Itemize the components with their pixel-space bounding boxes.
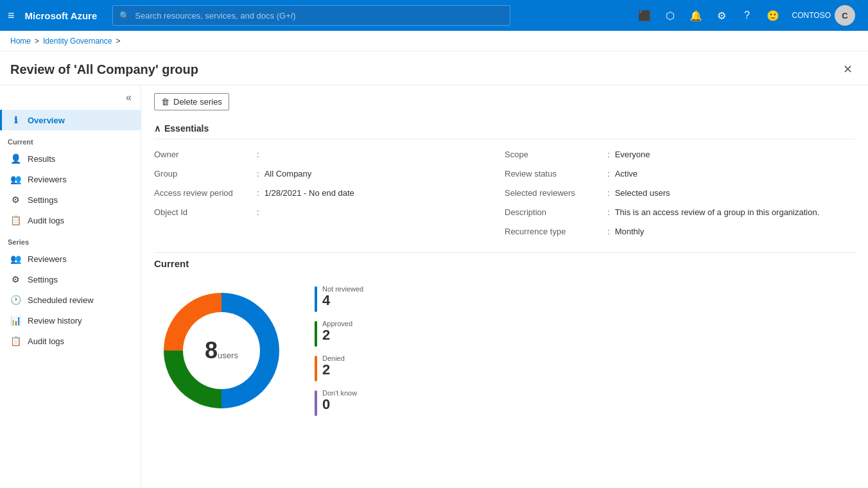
legend-bar-not-reviewed	[315, 286, 317, 312]
essentials-description-value: This is an access review of a group in t…	[615, 207, 820, 217]
close-button[interactable]: ✕	[837, 59, 858, 80]
sidebar-item-scheduled-review[interactable]: 🕐 Scheduled review	[0, 290, 141, 310]
essentials-collapse-icon: ∧	[154, 123, 161, 134]
sidebar-series-section: Series	[0, 231, 141, 248]
people-series-icon: 👥	[10, 254, 21, 264]
sidebar-item-reviewers-current[interactable]: 👥 Reviewers	[0, 169, 141, 189]
hamburger-menu-icon[interactable]: ≡	[8, 9, 15, 22]
legend-value-dont-know: 0	[322, 397, 357, 412]
donut-chart: 8users	[154, 283, 289, 418]
sidebar-item-reviewers-current-label: Reviewers	[28, 175, 67, 184]
sidebar-item-reviewers-series[interactable]: 👥 Reviewers	[0, 248, 141, 269]
breadcrumb-sep-1: >	[35, 37, 39, 46]
essentials-recurrence-sep: :	[607, 227, 610, 236]
current-section-title: Current	[154, 252, 855, 269]
main-layout: « ℹ Overview Current 👤 Results 👥 Reviewe…	[0, 85, 868, 488]
essentials-period-label: Access review period	[154, 188, 257, 198]
essentials-grid: Owner : Group : All Company Access revie…	[154, 147, 855, 242]
essentials-scope-row: Scope : Everyone	[505, 147, 855, 165]
sidebar-item-settings-series-label: Settings	[28, 275, 58, 284]
donut-total: 8	[205, 337, 218, 363]
sidebar-collapse-button[interactable]: «	[122, 91, 135, 105]
breadcrumb: Home > Identity Governance >	[0, 31, 868, 51]
sidebar-item-audit-logs-series[interactable]: 📋 Audit logs	[0, 331, 141, 351]
sidebar-item-reviewers-series-label: Reviewers	[28, 254, 67, 264]
sidebar-item-settings-series[interactable]: ⚙ Settings	[0, 269, 141, 290]
chart-legend: Not reviewed 4 Approved 2 Denied 2	[315, 285, 363, 416]
top-navigation: ≡ Microsoft Azure 🔍 ⬛ ⬡ 🔔 ⚙ ? 🙂 CONTOSO …	[0, 0, 868, 31]
essentials-recurrence-label: Recurrence type	[505, 227, 607, 236]
notifications-icon[interactable]: 🔔	[684, 4, 707, 27]
page-header: Review of 'All Company' group ✕	[0, 51, 868, 85]
legend-item-denied: Denied 2	[315, 354, 363, 381]
directory-icon[interactable]: ⬡	[659, 4, 682, 27]
user-name: CONTOSO	[792, 11, 831, 20]
user-menu[interactable]: CONTOSO C	[787, 5, 860, 26]
breadcrumb-identity-governance[interactable]: Identity Governance	[43, 37, 112, 46]
settings-icon[interactable]: ⚙	[710, 4, 733, 27]
delete-series-button[interactable]: 🗑 Delete series	[154, 93, 229, 110]
essentials-scope-label: Scope	[505, 150, 607, 159]
clipboard-icon: 📋	[10, 215, 21, 225]
clock-icon: 🕐	[10, 295, 21, 305]
clipboard-series-icon: 📋	[10, 336, 21, 346]
essentials-period-row: Access review period : 1/28/2021 - No en…	[154, 186, 505, 204]
essentials-objectid-label: Object Id	[154, 207, 257, 217]
essentials-reviewers-value: Selected users	[615, 188, 670, 198]
legend-bar-approved	[315, 321, 317, 347]
essentials-period-value: 1/28/2021 - No end date	[265, 188, 354, 198]
person-icon: 👤	[10, 153, 21, 164]
sidebar-collapse: «	[0, 91, 141, 110]
essentials-right-col: Scope : Everyone Review status : Active …	[505, 147, 855, 242]
essentials-recurrence-row: Recurrence type : Monthly	[505, 224, 855, 242]
legend-bar-dont-know	[315, 390, 317, 416]
legend-value-denied: 2	[322, 362, 345, 378]
essentials-recurrence-value: Monthly	[615, 227, 645, 236]
legend-content-approved: Approved 2	[322, 320, 352, 343]
gear-series-icon: ⚙	[10, 274, 21, 284]
sidebar-item-audit-logs-series-label: Audit logs	[28, 336, 64, 346]
search-icon: 🔍	[119, 11, 130, 21]
legend-content-denied: Denied 2	[322, 354, 345, 378]
content-area: 🗑 Delete series ∧ Essentials Owner : Gro…	[141, 85, 868, 488]
essentials-status-sep: :	[607, 169, 610, 179]
help-icon[interactable]: ?	[736, 4, 759, 27]
essentials-owner-label: Owner	[154, 150, 257, 159]
toolbar: 🗑 Delete series	[154, 93, 855, 110]
essentials-group-row: Group : All Company	[154, 166, 505, 184]
legend-content-not-reviewed: Not reviewed 4	[322, 285, 363, 308]
search-bar[interactable]: 🔍	[112, 5, 510, 26]
essentials-scope-value: Everyone	[615, 150, 650, 159]
essentials-owner-row: Owner :	[154, 147, 505, 165]
sidebar-item-audit-logs-current[interactable]: 📋 Audit logs	[0, 210, 141, 231]
cloud-shell-icon[interactable]: ⬛	[633, 4, 656, 27]
sidebar-item-review-history-label: Review history	[28, 316, 82, 326]
essentials-owner-sep: :	[257, 150, 259, 159]
essentials-header[interactable]: ∧ Essentials	[154, 118, 855, 139]
delete-icon: 🗑	[161, 97, 169, 107]
breadcrumb-home[interactable]: Home	[10, 37, 31, 46]
essentials-objectid-row: Object Id :	[154, 205, 505, 223]
sidebar-item-settings-current[interactable]: ⚙ Settings	[0, 189, 141, 210]
sidebar-item-review-history[interactable]: 📊 Review history	[0, 310, 141, 331]
essentials-reviewers-sep: :	[607, 188, 610, 198]
sidebar-item-results-label: Results	[28, 154, 55, 164]
azure-logo: Microsoft Azure	[25, 10, 98, 21]
info-icon: ℹ	[10, 115, 21, 125]
donut-label: 8users	[205, 337, 238, 364]
sidebar-item-results[interactable]: 👤 Results	[0, 148, 141, 169]
sidebar-item-overview-label: Overview	[28, 116, 65, 125]
essentials-reviewers-row: Selected reviewers : Selected users	[505, 186, 855, 204]
essentials-status-row: Review status : Active	[505, 166, 855, 184]
essentials-left-col: Owner : Group : All Company Access revie…	[154, 147, 505, 242]
legend-item-dont-know: Don't know 0	[315, 389, 363, 416]
gear-icon: ⚙	[10, 195, 21, 205]
sidebar-current-section: Current	[0, 130, 141, 148]
sidebar-item-scheduled-review-label: Scheduled review	[28, 295, 94, 305]
sidebar-item-settings-current-label: Settings	[28, 195, 58, 205]
legend-value-approved: 2	[322, 327, 352, 343]
sidebar-item-overview[interactable]: ℹ Overview	[0, 110, 141, 130]
legend-item-not-reviewed: Not reviewed 4	[315, 285, 363, 312]
search-input[interactable]	[135, 11, 503, 21]
feedback-icon[interactable]: 🙂	[761, 4, 785, 27]
